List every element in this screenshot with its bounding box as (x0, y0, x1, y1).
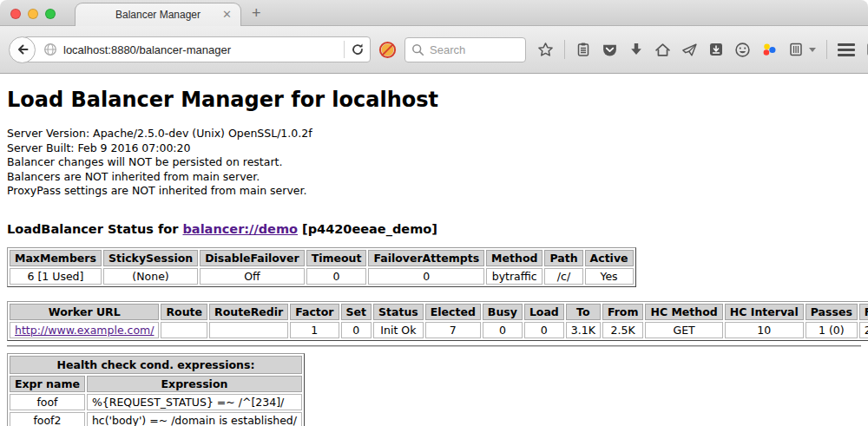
search-icon (411, 43, 424, 56)
worker-status-table: Worker URLRouteRouteRedirFactorSetStatus… (7, 301, 868, 341)
pocket-icon[interactable] (602, 42, 618, 58)
urlbar-divider (344, 41, 345, 58)
column-header: Passes (806, 304, 858, 320)
table-cell: 6 [1 Used] (10, 268, 102, 285)
containers-icon[interactable] (788, 42, 804, 57)
table-cell: %{REQUEST_STATUS} =~ /^[234]/ (87, 394, 302, 410)
column-header: RouteRedir (209, 304, 288, 320)
column-header: Status (373, 304, 424, 320)
table-cell: (None) (103, 268, 198, 285)
tab-strip: Balancer Manager ✕ + (0, 0, 868, 26)
balancer-heading-prefix: LoadBalancer Status for (7, 222, 178, 236)
table-cell: foof2 (10, 412, 85, 426)
back-arrow-icon (15, 42, 30, 57)
feedback-smiley-icon[interactable] (734, 42, 751, 58)
table-cell: Off (200, 268, 304, 285)
table-cell: Init Ok (373, 322, 424, 338)
column-header: FailoverAttempts (368, 250, 484, 266)
table-cell: /c/ (544, 268, 582, 285)
table-cell: 3.1K (566, 322, 601, 338)
column-header: Set (341, 304, 372, 320)
column-header: MaxMembers (10, 250, 102, 266)
colored-dots-extension-icon[interactable] (761, 42, 778, 58)
table-cell: 1 (0) (806, 322, 858, 338)
search-placeholder: Search (430, 43, 465, 56)
column-header: Busy (483, 304, 523, 320)
table-cell: 0 (524, 322, 564, 338)
table-cell: Yes (585, 268, 634, 285)
column-header: Path (544, 250, 582, 266)
column-header: To (566, 304, 601, 320)
table-cell: 0 (483, 322, 523, 338)
column-header: HC Interval (725, 304, 804, 320)
table-row: 6 [1 Used](None)Off00bytraffic/c/Yes (10, 268, 634, 285)
toolbar-divider (826, 40, 827, 59)
window-controls (10, 9, 56, 19)
column-header: Load (524, 304, 564, 320)
close-button[interactable] (10, 9, 21, 19)
table-cell: GET (645, 322, 722, 338)
send-icon[interactable] (681, 42, 698, 58)
balancer-status-table: MaxMembersStickySessionDisableFailoverTi… (7, 247, 636, 287)
home-icon[interactable] (654, 42, 671, 58)
server-info: Server Version: Apache/2.5.0-dev (Unix) … (7, 127, 861, 199)
section-divider (7, 345, 861, 347)
column-header: Expression (87, 376, 302, 392)
server-built-line: Server Built: Feb 9 2016 07:00:20 (7, 141, 861, 156)
balancer-heading-suffix: [p4420eeae_demo] (302, 222, 437, 236)
table-row: foof%{REQUEST_STATUS} =~ /^[234]/ (10, 394, 302, 410)
table-cell: bytraffic (486, 268, 542, 285)
save-page-icon[interactable] (708, 42, 724, 57)
globe-icon (43, 43, 57, 56)
back-button[interactable] (9, 36, 36, 63)
balancer-heading: LoadBalancer Status for balancer://demo … (7, 222, 861, 236)
navigation-toolbar: localhost:8880/balancer-manager Search (0, 26, 868, 74)
table-cell: http://www.example.com/ (10, 322, 159, 338)
new-tab-button[interactable]: + (252, 4, 261, 23)
table-cell: 1 (290, 322, 339, 338)
column-header: Timeout (306, 250, 367, 266)
downloads-icon[interactable] (628, 42, 644, 57)
table-cell: 0 (306, 268, 367, 285)
server-version-line: Server Version: Apache/2.5.0-dev (Unix) … (7, 127, 861, 141)
search-input[interactable]: Search (404, 37, 526, 62)
url-text: localhost:8880/balancer-manager (63, 43, 338, 56)
bookmark-star-icon[interactable] (537, 42, 554, 58)
table-cell: 10 (725, 322, 804, 338)
balancer-link[interactable]: balancer://demo (182, 222, 298, 236)
column-header: DisableFailover (200, 250, 304, 266)
table-row: http://www.example.com/10Init Ok7003.1K2… (10, 322, 868, 338)
health-check-table: Health check cond. expressions:Expr name… (7, 353, 305, 426)
column-header: HC Method (645, 304, 722, 320)
tab-balancer-manager[interactable]: Balancer Manager ✕ (75, 3, 241, 26)
column-header: Active (585, 250, 634, 266)
url-bar[interactable]: localhost:8880/balancer-manager (23, 36, 371, 62)
reload-icon[interactable] (351, 43, 365, 56)
table-cell: foof (10, 394, 85, 410)
chevron-down-icon[interactable] (809, 48, 816, 52)
table-cell: hc('body') =~ /domain is established/ (87, 412, 302, 426)
plugin-blocked-icon[interactable] (378, 41, 397, 59)
column-header: Method (486, 250, 542, 266)
table-cell: 7 (425, 322, 481, 338)
table-cell: 0 (368, 268, 484, 285)
column-header: Worker URL (10, 304, 159, 320)
table-cell (209, 322, 288, 338)
minimize-button[interactable] (28, 9, 38, 19)
toolbar-icons (537, 40, 868, 59)
tab-close-icon[interactable]: ✕ (222, 8, 232, 21)
tab-title: Balancer Manager (115, 9, 201, 21)
page-content: Load Balancer Manager for localhost Serv… (0, 74, 868, 426)
worker-url-link[interactable]: http://www.example.com/ (15, 324, 154, 337)
column-header: Route (161, 304, 207, 320)
reading-list-icon[interactable] (575, 42, 591, 57)
zoom-button[interactable] (45, 9, 56, 19)
menu-icon[interactable] (838, 43, 855, 56)
column-header: Fails (859, 304, 868, 320)
toolbar-divider (564, 40, 565, 59)
table-cell (161, 322, 207, 338)
page-title: Load Balancer Manager for localhost (7, 88, 861, 112)
table-cell: 2.5K (602, 322, 644, 338)
persist-notice-line: Balancer changes will NOT be persisted o… (7, 155, 861, 170)
inherit-notice-line: Balancers are NOT inherited from main se… (7, 170, 861, 185)
